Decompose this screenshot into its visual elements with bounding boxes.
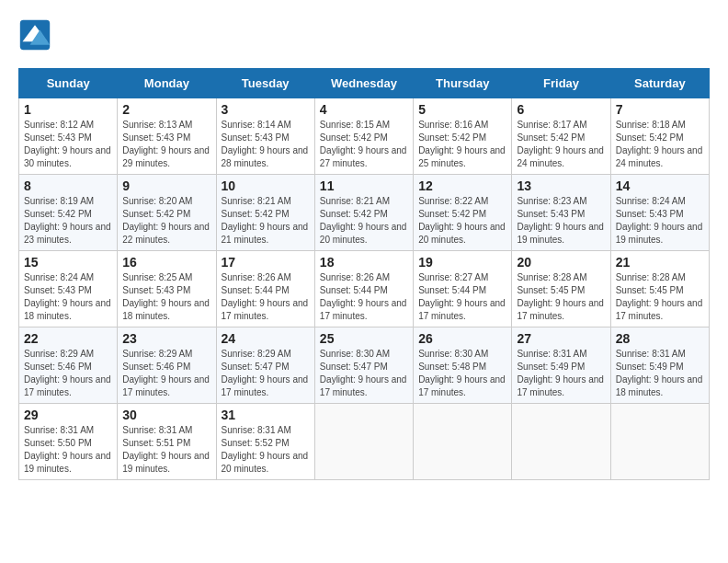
day-number: 19 — [418, 255, 506, 270]
day-info: Sunrise: 8:16 AMSunset: 5:42 PMDaylight:… — [418, 119, 506, 170]
day-info: Sunrise: 8:18 AMSunset: 5:42 PMDaylight:… — [616, 119, 704, 170]
day-number: 27 — [517, 331, 605, 346]
day-info: Sunrise: 8:31 AMSunset: 5:49 PMDaylight:… — [616, 348, 704, 399]
calendar-day-cell: 5Sunrise: 8:16 AMSunset: 5:42 PMDaylight… — [414, 98, 512, 175]
day-number: 15 — [24, 255, 112, 270]
day-info: Sunrise: 8:24 AMSunset: 5:43 PMDaylight:… — [616, 195, 704, 247]
day-info: Sunrise: 8:29 AMSunset: 5:46 PMDaylight:… — [24, 348, 112, 399]
calendar-day-cell: 6Sunrise: 8:17 AMSunset: 5:42 PMDaylight… — [512, 98, 610, 175]
day-number: 8 — [24, 178, 112, 193]
day-info: Sunrise: 8:31 AMSunset: 5:49 PMDaylight:… — [517, 348, 605, 399]
day-info: Sunrise: 8:21 AMSunset: 5:42 PMDaylight:… — [320, 195, 408, 247]
day-number: 18 — [320, 255, 408, 270]
day-info: Sunrise: 8:12 AMSunset: 5:43 PMDaylight:… — [24, 119, 112, 170]
calendar-week-row: 1Sunrise: 8:12 AMSunset: 5:43 PMDaylight… — [19, 98, 710, 175]
day-info: Sunrise: 8:15 AMSunset: 5:42 PMDaylight:… — [320, 119, 408, 170]
calendar-week-row: 15Sunrise: 8:24 AMSunset: 5:43 PMDayligh… — [19, 251, 710, 327]
calendar-day-cell: 14Sunrise: 8:24 AMSunset: 5:43 PMDayligh… — [610, 175, 709, 251]
calendar-empty-cell — [610, 404, 709, 480]
day-number: 7 — [616, 102, 704, 117]
day-number: 26 — [418, 331, 506, 346]
calendar-empty-cell — [512, 404, 610, 480]
calendar-day-cell: 11Sunrise: 8:21 AMSunset: 5:42 PMDayligh… — [314, 175, 413, 251]
weekday-header-wednesday: Wednesday — [314, 69, 413, 98]
day-info: Sunrise: 8:29 AMSunset: 5:46 PMDaylight:… — [122, 348, 210, 399]
day-number: 14 — [616, 178, 704, 193]
calendar-day-cell: 27Sunrise: 8:31 AMSunset: 5:49 PMDayligh… — [512, 327, 610, 404]
day-info: Sunrise: 8:30 AMSunset: 5:47 PMDaylight:… — [320, 348, 408, 399]
weekday-header-friday: Friday — [512, 69, 610, 98]
calendar-day-cell: 29Sunrise: 8:31 AMSunset: 5:50 PMDayligh… — [19, 404, 118, 480]
day-info: Sunrise: 8:13 AMSunset: 5:43 PMDaylight:… — [122, 119, 210, 170]
weekday-header-sunday: Sunday — [19, 69, 118, 98]
day-number: 10 — [222, 178, 310, 193]
day-number: 21 — [616, 255, 704, 270]
day-info: Sunrise: 8:27 AMSunset: 5:44 PMDaylight:… — [418, 271, 506, 323]
calendar-day-cell: 20Sunrise: 8:28 AMSunset: 5:45 PMDayligh… — [512, 251, 610, 327]
day-number: 28 — [616, 331, 704, 346]
day-number: 11 — [320, 178, 408, 193]
day-number: 12 — [418, 178, 506, 193]
calendar-day-cell: 21Sunrise: 8:28 AMSunset: 5:45 PMDayligh… — [610, 251, 709, 327]
day-number: 23 — [122, 331, 210, 346]
calendar-day-cell: 19Sunrise: 8:27 AMSunset: 5:44 PMDayligh… — [414, 251, 512, 327]
calendar-week-row: 8Sunrise: 8:19 AMSunset: 5:42 PMDaylight… — [19, 175, 710, 251]
calendar-table: SundayMondayTuesdayWednesdayThursdayFrid… — [18, 68, 710, 480]
day-number: 24 — [222, 331, 310, 346]
day-info: Sunrise: 8:25 AMSunset: 5:43 PMDaylight:… — [122, 271, 210, 323]
day-number: 6 — [517, 102, 605, 117]
calendar-day-cell: 31Sunrise: 8:31 AMSunset: 5:52 PMDayligh… — [216, 404, 314, 480]
weekday-header-thursday: Thursday — [414, 69, 512, 98]
calendar-week-row: 22Sunrise: 8:29 AMSunset: 5:46 PMDayligh… — [19, 327, 710, 404]
calendar-day-cell: 10Sunrise: 8:21 AMSunset: 5:42 PMDayligh… — [216, 175, 314, 251]
calendar-day-cell: 4Sunrise: 8:15 AMSunset: 5:42 PMDaylight… — [314, 98, 413, 175]
calendar-day-cell: 24Sunrise: 8:29 AMSunset: 5:47 PMDayligh… — [216, 327, 314, 404]
day-number: 16 — [122, 255, 210, 270]
day-number: 20 — [517, 255, 605, 270]
day-info: Sunrise: 8:28 AMSunset: 5:45 PMDaylight:… — [616, 271, 704, 323]
calendar-day-cell: 12Sunrise: 8:22 AMSunset: 5:42 PMDayligh… — [414, 175, 512, 251]
day-info: Sunrise: 8:23 AMSunset: 5:43 PMDaylight:… — [517, 195, 605, 247]
page-container: SundayMondayTuesdayWednesdayThursdayFrid… — [18, 18, 710, 480]
calendar-empty-cell — [314, 404, 413, 480]
logo-icon — [18, 18, 51, 52]
day-number: 22 — [24, 331, 112, 346]
weekday-header-monday: Monday — [118, 69, 216, 98]
day-number: 13 — [517, 178, 605, 193]
day-info: Sunrise: 8:28 AMSunset: 5:45 PMDaylight:… — [517, 271, 605, 323]
weekday-header-saturday: Saturday — [610, 69, 709, 98]
calendar-day-cell: 16Sunrise: 8:25 AMSunset: 5:43 PMDayligh… — [118, 251, 216, 327]
day-info: Sunrise: 8:26 AMSunset: 5:44 PMDaylight:… — [222, 271, 310, 323]
calendar-week-row: 29Sunrise: 8:31 AMSunset: 5:50 PMDayligh… — [19, 404, 710, 480]
logo — [18, 18, 55, 52]
day-number: 1 — [24, 102, 112, 117]
calendar-day-cell: 22Sunrise: 8:29 AMSunset: 5:46 PMDayligh… — [19, 327, 118, 404]
day-number: 9 — [122, 178, 210, 193]
day-number: 25 — [320, 331, 408, 346]
day-info: Sunrise: 8:31 AMSunset: 5:50 PMDaylight:… — [24, 424, 112, 476]
calendar-day-cell: 17Sunrise: 8:26 AMSunset: 5:44 PMDayligh… — [216, 251, 314, 327]
day-info: Sunrise: 8:19 AMSunset: 5:42 PMDaylight:… — [24, 195, 112, 247]
day-number: 4 — [320, 102, 408, 117]
calendar-day-cell: 3Sunrise: 8:14 AMSunset: 5:43 PMDaylight… — [216, 98, 314, 175]
calendar-day-cell: 1Sunrise: 8:12 AMSunset: 5:43 PMDaylight… — [19, 98, 118, 175]
calendar-day-cell: 9Sunrise: 8:20 AMSunset: 5:42 PMDaylight… — [118, 175, 216, 251]
day-info: Sunrise: 8:22 AMSunset: 5:42 PMDaylight:… — [418, 195, 506, 247]
day-number: 5 — [418, 102, 506, 117]
calendar-day-cell: 13Sunrise: 8:23 AMSunset: 5:43 PMDayligh… — [512, 175, 610, 251]
calendar-day-cell: 23Sunrise: 8:29 AMSunset: 5:46 PMDayligh… — [118, 327, 216, 404]
day-info: Sunrise: 8:26 AMSunset: 5:44 PMDaylight:… — [320, 271, 408, 323]
calendar-day-cell: 8Sunrise: 8:19 AMSunset: 5:42 PMDaylight… — [19, 175, 118, 251]
day-info: Sunrise: 8:14 AMSunset: 5:43 PMDaylight:… — [222, 119, 310, 170]
day-info: Sunrise: 8:20 AMSunset: 5:42 PMDaylight:… — [122, 195, 210, 247]
day-info: Sunrise: 8:24 AMSunset: 5:43 PMDaylight:… — [24, 271, 112, 323]
calendar-day-cell: 26Sunrise: 8:30 AMSunset: 5:48 PMDayligh… — [414, 327, 512, 404]
calendar-day-cell: 25Sunrise: 8:30 AMSunset: 5:47 PMDayligh… — [314, 327, 413, 404]
day-number: 17 — [222, 255, 310, 270]
day-info: Sunrise: 8:21 AMSunset: 5:42 PMDaylight:… — [222, 195, 310, 247]
day-number: 31 — [222, 408, 310, 422]
day-number: 3 — [222, 102, 310, 117]
day-info: Sunrise: 8:29 AMSunset: 5:47 PMDaylight:… — [222, 348, 310, 399]
calendar-day-cell: 7Sunrise: 8:18 AMSunset: 5:42 PMDaylight… — [610, 98, 709, 175]
weekday-header-tuesday: Tuesday — [216, 69, 314, 98]
